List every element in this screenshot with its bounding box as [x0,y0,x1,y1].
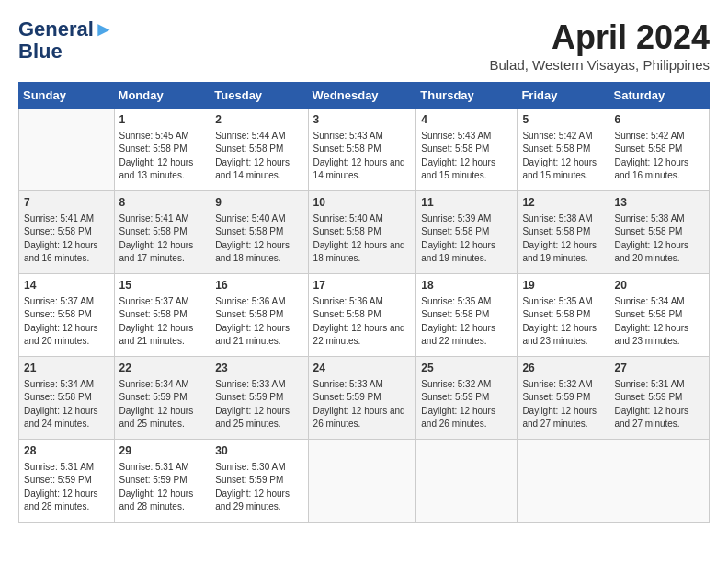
day-number: 20 [614,278,704,293]
day-number: 10 [313,195,412,211]
day-number: 25 [421,361,512,376]
calendar-cell: 30Sunrise: 5:30 AMSunset: 5:59 PMDayligh… [210,440,308,523]
day-info: Sunrise: 5:31 AMSunset: 5:59 PMDaylight:… [614,378,704,431]
calendar-week-row: 14Sunrise: 5:37 AMSunset: 5:58 PMDayligh… [19,274,710,357]
weekday-header: Thursday [416,83,518,109]
calendar-week-row: 28Sunrise: 5:31 AMSunset: 5:59 PMDayligh… [19,440,710,523]
day-info: Sunrise: 5:42 AMSunset: 5:58 PMDaylight:… [522,130,604,183]
location-title: Bulad, Western Visayas, Philippines [489,57,710,73]
day-info: Sunrise: 5:32 AMSunset: 5:59 PMDaylight:… [522,378,604,431]
day-number: 28 [24,443,109,459]
calendar-cell [609,440,710,523]
calendar-cell: 15Sunrise: 5:37 AMSunset: 5:58 PMDayligh… [114,274,210,357]
day-number: 23 [215,361,302,376]
day-info: Sunrise: 5:33 AMSunset: 5:59 PMDaylight:… [215,378,302,431]
calendar-cell: 11Sunrise: 5:39 AMSunset: 5:58 PMDayligh… [416,191,518,274]
calendar-cell: 29Sunrise: 5:31 AMSunset: 5:59 PMDayligh… [114,440,210,523]
day-info: Sunrise: 5:40 AMSunset: 5:58 PMDaylight:… [313,213,412,266]
day-number: 16 [215,278,302,293]
calendar-cell: 27Sunrise: 5:31 AMSunset: 5:59 PMDayligh… [609,357,710,440]
weekday-header: Friday [518,83,609,109]
weekday-header: Sunday [19,83,115,109]
day-info: Sunrise: 5:31 AMSunset: 5:59 PMDaylight:… [119,461,206,514]
day-number: 22 [119,361,206,376]
calendar-week-row: 7Sunrise: 5:41 AMSunset: 5:58 PMDaylight… [19,191,710,274]
calendar-cell: 18Sunrise: 5:35 AMSunset: 5:58 PMDayligh… [416,274,518,357]
calendar-cell: 25Sunrise: 5:32 AMSunset: 5:59 PMDayligh… [416,357,518,440]
day-number: 3 [313,112,412,128]
day-info: Sunrise: 5:43 AMSunset: 5:58 PMDaylight:… [421,130,512,183]
calendar-cell: 19Sunrise: 5:35 AMSunset: 5:58 PMDayligh… [518,274,609,357]
day-info: Sunrise: 5:45 AMSunset: 5:58 PMDaylight:… [119,130,206,183]
day-number: 6 [614,112,704,128]
calendar-cell: 28Sunrise: 5:31 AMSunset: 5:59 PMDayligh… [19,440,115,523]
calendar-table: SundayMondayTuesdayWednesdayThursdayFrid… [18,82,710,523]
day-number: 12 [522,195,604,211]
day-number: 27 [614,361,704,376]
day-number: 1 [119,112,206,128]
page-header: General►Blue April 2024 Bulad, Western V… [18,18,710,73]
day-number: 21 [24,361,109,376]
day-number: 5 [522,112,604,128]
day-info: Sunrise: 5:40 AMSunset: 5:58 PMDaylight:… [215,213,302,266]
logo-text: General►Blue [18,18,114,63]
calendar-cell [416,440,518,523]
day-info: Sunrise: 5:39 AMSunset: 5:58 PMDaylight:… [421,213,512,266]
day-info: Sunrise: 5:36 AMSunset: 5:58 PMDaylight:… [215,295,302,349]
day-info: Sunrise: 5:38 AMSunset: 5:58 PMDaylight:… [614,213,704,266]
day-number: 8 [119,195,206,211]
day-info: Sunrise: 5:34 AMSunset: 5:59 PMDaylight:… [119,378,206,431]
day-number: 29 [119,443,206,459]
calendar-cell: 21Sunrise: 5:34 AMSunset: 5:58 PMDayligh… [19,357,115,440]
calendar-cell: 12Sunrise: 5:38 AMSunset: 5:58 PMDayligh… [518,191,609,274]
calendar-cell: 4Sunrise: 5:43 AMSunset: 5:58 PMDaylight… [416,109,518,191]
title-block: April 2024 Bulad, Western Visayas, Phili… [489,18,710,73]
day-info: Sunrise: 5:35 AMSunset: 5:58 PMDaylight:… [421,295,512,349]
calendar-cell: 2Sunrise: 5:44 AMSunset: 5:58 PMDaylight… [210,109,308,191]
calendar-week-row: 21Sunrise: 5:34 AMSunset: 5:58 PMDayligh… [19,357,710,440]
calendar-cell: 10Sunrise: 5:40 AMSunset: 5:58 PMDayligh… [308,191,416,274]
month-title: April 2024 [489,18,710,57]
day-info: Sunrise: 5:32 AMSunset: 5:59 PMDaylight:… [421,378,512,431]
day-number: 17 [313,278,412,293]
calendar-cell: 8Sunrise: 5:41 AMSunset: 5:58 PMDaylight… [114,191,210,274]
day-info: Sunrise: 5:33 AMSunset: 5:59 PMDaylight:… [313,378,412,431]
day-number: 2 [215,112,302,128]
day-info: Sunrise: 5:38 AMSunset: 5:58 PMDaylight:… [522,213,604,266]
day-info: Sunrise: 5:30 AMSunset: 5:59 PMDaylight:… [215,461,302,514]
day-number: 18 [421,278,512,293]
logo: General►Blue [18,18,114,63]
day-info: Sunrise: 5:34 AMSunset: 5:58 PMDaylight:… [614,295,704,349]
calendar-cell: 14Sunrise: 5:37 AMSunset: 5:58 PMDayligh… [19,274,115,357]
calendar-cell: 17Sunrise: 5:36 AMSunset: 5:58 PMDayligh… [308,274,416,357]
day-number: 26 [522,361,604,376]
calendar-cell: 7Sunrise: 5:41 AMSunset: 5:58 PMDaylight… [19,191,115,274]
day-info: Sunrise: 5:42 AMSunset: 5:58 PMDaylight:… [614,130,704,183]
day-number: 7 [24,195,109,211]
calendar-cell: 9Sunrise: 5:40 AMSunset: 5:58 PMDaylight… [210,191,308,274]
calendar-cell: 26Sunrise: 5:32 AMSunset: 5:59 PMDayligh… [518,357,609,440]
calendar-cell: 23Sunrise: 5:33 AMSunset: 5:59 PMDayligh… [210,357,308,440]
day-info: Sunrise: 5:41 AMSunset: 5:58 PMDaylight:… [119,213,206,266]
day-number: 14 [24,278,109,293]
day-info: Sunrise: 5:37 AMSunset: 5:58 PMDaylight:… [119,295,206,349]
calendar-cell: 6Sunrise: 5:42 AMSunset: 5:58 PMDaylight… [609,109,710,191]
day-info: Sunrise: 5:44 AMSunset: 5:58 PMDaylight:… [215,130,302,183]
day-number: 13 [614,195,704,211]
weekday-header: Tuesday [210,83,308,109]
calendar-week-row: 1Sunrise: 5:45 AMSunset: 5:58 PMDaylight… [19,109,710,191]
calendar-cell: 24Sunrise: 5:33 AMSunset: 5:59 PMDayligh… [308,357,416,440]
calendar-cell: 22Sunrise: 5:34 AMSunset: 5:59 PMDayligh… [114,357,210,440]
day-info: Sunrise: 5:34 AMSunset: 5:58 PMDaylight:… [24,378,109,431]
day-number: 4 [421,112,512,128]
calendar-cell: 13Sunrise: 5:38 AMSunset: 5:58 PMDayligh… [609,191,710,274]
day-number: 15 [119,278,206,293]
day-number: 11 [421,195,512,211]
weekday-header: Wednesday [308,83,416,109]
calendar-cell: 16Sunrise: 5:36 AMSunset: 5:58 PMDayligh… [210,274,308,357]
weekday-header: Monday [114,83,210,109]
weekday-header: Saturday [609,83,710,109]
day-number: 19 [522,278,604,293]
day-number: 9 [215,195,302,211]
calendar-cell [308,440,416,523]
